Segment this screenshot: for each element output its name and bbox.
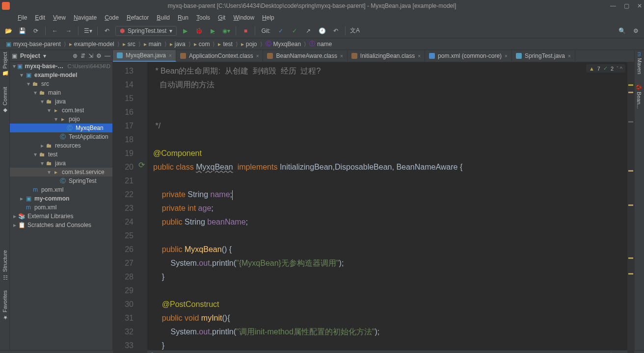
undo-build-icon[interactable]: ↶	[102, 25, 112, 36]
tree-item-java[interactable]: ▾🖿java	[10, 97, 112, 106]
breadcrumb-item[interactable]: ⓕ name	[307, 40, 334, 48]
vcs-push-icon[interactable]: ↗	[303, 25, 314, 36]
bean-tool-button[interactable]: 🫘 Bean...	[636, 84, 643, 109]
minimize-button[interactable]: —	[610, 2, 616, 9]
run-icon[interactable]: ▶	[180, 25, 190, 36]
vcs-revert-icon[interactable]: ↶	[330, 25, 341, 36]
stop-icon[interactable]: ■	[240, 25, 251, 36]
expand-all-icon[interactable]: ⇵	[80, 52, 85, 59]
tree-item-main[interactable]: ▾🖿main	[10, 88, 112, 97]
structure-tool-button[interactable]: ☷ Structure	[1, 250, 8, 280]
tree-item-testapplication[interactable]: ⒸTestApplication	[10, 132, 112, 141]
close-tab-icon[interactable]: ×	[256, 53, 259, 59]
menu-run[interactable]: Run	[174, 12, 192, 23]
tree-item-com-test[interactable]: ▾▸com.test	[10, 106, 112, 115]
hide-panel-icon[interactable]: —	[105, 52, 110, 59]
favorites-tool-button[interactable]: ★ Favorites	[1, 290, 8, 321]
vcs-commit-icon[interactable]: ✓	[289, 25, 300, 36]
tree-item-java[interactable]: ▾🖿java	[10, 159, 112, 168]
warning-count: 7	[597, 66, 600, 72]
search-everywhere-icon[interactable]: 🔍	[617, 25, 627, 36]
menu-refactor[interactable]: Refactor	[123, 12, 153, 23]
breadcrumb-item[interactable]: ▸ com	[192, 41, 212, 48]
project-panel-header: ▣ Project ▾ ⊕ ⇵ ⇲ ⚙ —	[10, 50, 112, 62]
tree-item-scratches and consoles[interactable]: ▸📋Scratches and Consoles	[10, 221, 112, 229]
window-title: myxq-base-parent [C:\Users\64434\Desktop…	[14, 2, 610, 9]
vcs-history-icon[interactable]: 🕘	[317, 25, 327, 36]
menu-code[interactable]: Code	[101, 12, 123, 23]
close-tab-icon[interactable]: ×	[505, 53, 508, 59]
menu-build[interactable]: Build	[153, 12, 174, 23]
close-button[interactable]: ✕	[637, 2, 642, 9]
maximize-button[interactable]: ▢	[624, 2, 629, 9]
forward-icon[interactable]: →	[63, 25, 74, 36]
collapse-all-icon[interactable]: ⇲	[88, 52, 93, 59]
tree-item-myxqbean[interactable]: ⒸMyxqBean	[10, 124, 112, 132]
tree-item-test[interactable]: ▾🖿test	[10, 150, 112, 159]
menu-navigate[interactable]: Navigate	[70, 12, 101, 23]
editor-tab[interactable]: ApplicationContext.class×	[176, 50, 264, 62]
translate-icon[interactable]: 文A	[349, 25, 360, 36]
editor-tab[interactable]: MyxqBean.java×	[113, 50, 176, 62]
inspection-widget[interactable]: ▲7 ✓2 ˇ ^	[586, 64, 625, 73]
settings-icon[interactable]: ⚙	[630, 25, 641, 36]
menu-file[interactable]: File	[14, 12, 31, 23]
menu-bar: FileEditViewNavigateCodeRefactorBuildRun…	[0, 12, 644, 24]
coverage-icon[interactable]: ▶̤	[207, 25, 218, 36]
tree-item-example-model[interactable]: ▾▣example-model	[10, 71, 112, 79]
panel-settings-icon[interactable]: ⚙	[96, 52, 102, 59]
close-tab-icon[interactable]: ×	[568, 53, 571, 59]
close-tab-icon[interactable]: ×	[340, 53, 343, 59]
tree-item-resources[interactable]: ▸🖿resources	[10, 141, 112, 150]
breadcrumb-item[interactable]: ▸ src	[121, 41, 137, 48]
breadcrumb-item[interactable]: ▸ main	[142, 41, 163, 48]
run-gutter-icon[interactable]: ⟳	[138, 160, 145, 170]
tree-item-springtest[interactable]: ⒸSpringTest	[10, 176, 112, 185]
open-icon[interactable]: 📂	[3, 25, 14, 36]
menu-view[interactable]: View	[49, 12, 70, 23]
vcs-update-icon[interactable]: ✓	[275, 25, 286, 36]
tree-item-com-test-service[interactable]: ▾▸com.test.service	[10, 168, 112, 176]
menu-git[interactable]: Git	[214, 12, 229, 23]
breadcrumb-bar: ▣ myxq-base-parent⟩▸ example-model⟩▸ src…	[0, 38, 644, 50]
run-config-select[interactable]: ⬢ SpringTest.test ▾	[115, 26, 177, 36]
back-icon[interactable]: ←	[50, 25, 60, 36]
close-tab-icon[interactable]: ×	[169, 53, 172, 58]
tree-item-pojo[interactable]: ▾▸pojo	[10, 115, 112, 124]
menu-edit[interactable]: Edit	[31, 12, 49, 23]
menu-window[interactable]: Window	[229, 12, 258, 23]
tree-item-pom-xml[interactable]: mpom.xml	[10, 185, 112, 194]
reload-icon[interactable]: ⟳	[30, 25, 41, 36]
project-tool-button[interactable]: 📁 Project	[1, 52, 8, 77]
profile-icon[interactable]: ◉▾	[221, 25, 232, 36]
editor-tab[interactable]: BeanNameAware.class×	[263, 50, 347, 62]
tree-item-src[interactable]: ▾🖿src	[10, 79, 112, 88]
build-icon[interactable]: ☰▾	[82, 25, 93, 36]
tree-root[interactable]: ▾ ▣ myxq-base-parent C:\Users\64434\D	[10, 62, 112, 71]
maven-tool-button[interactable]: m Maven	[637, 52, 643, 74]
breadcrumb-item[interactable]: ▣ myxq-base-parent	[4, 41, 63, 48]
tree-item-pom-xml[interactable]: mpom.xml	[10, 203, 112, 212]
save-icon[interactable]: 💾	[17, 25, 27, 36]
breadcrumb-item[interactable]: ▸ pojo	[239, 41, 259, 48]
project-tree[interactable]: ▾ ▣ myxq-base-parent C:\Users\64434\D ▾▣…	[10, 62, 112, 350]
breadcrumb-item[interactable]: ▸ java	[168, 41, 188, 48]
error-stripe[interactable]	[627, 62, 634, 353]
debug-icon[interactable]: 🐞	[193, 25, 204, 36]
menu-help[interactable]: Help	[258, 12, 278, 23]
editor-body[interactable]: 1314151617181920212223242526272829303132…	[113, 62, 634, 353]
select-opened-icon[interactable]: ⊕	[73, 52, 78, 59]
code-area[interactable]: * Bean的生命周期: 从创建 到销毁 经历 过程? 自动调用的方法 */ @…	[147, 62, 627, 353]
breadcrumb-item[interactable]: ▸ example-model	[67, 41, 116, 48]
editor-tab[interactable]: pom.xml (common-core)×	[425, 50, 512, 62]
menu-tools[interactable]: Tools	[192, 12, 214, 23]
tree-item-external libraries[interactable]: ▸📚External Libraries	[10, 212, 112, 221]
editor-tab[interactable]: SpringTest.java×	[512, 50, 575, 62]
close-tab-icon[interactable]: ×	[418, 53, 421, 59]
tree-item-my-common[interactable]: ▸▣my-common	[10, 194, 112, 203]
commit-tool-button[interactable]: ◆ Commit	[1, 87, 8, 114]
main-toolbar: 📂 💾 ⟳ ← → ☰▾ ↶ ⬢ SpringTest.test ▾ ▶ 🐞 ▶…	[0, 24, 644, 38]
breadcrumb-item[interactable]: ▸ test	[216, 41, 234, 48]
editor-tab[interactable]: InitializingBean.class×	[348, 50, 425, 62]
breadcrumb-item[interactable]: Ⓒ MyxqBean	[264, 40, 303, 48]
